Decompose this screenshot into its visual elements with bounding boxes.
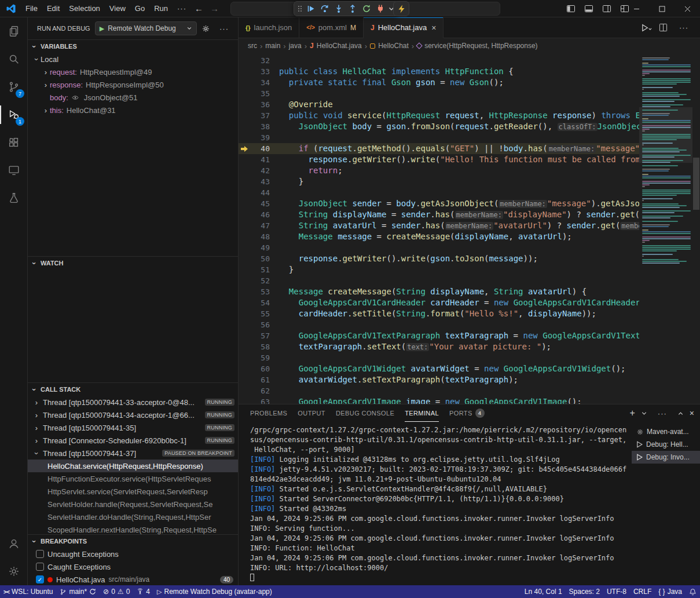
split-editor-icon[interactable]: [659, 23, 668, 32]
line-number[interactable]: 36: [250, 99, 270, 110]
line-number[interactable]: 43: [250, 176, 270, 187]
scrollbar-thumb[interactable]: [693, 158, 699, 210]
forwarded-ports-status[interactable]: 4: [133, 585, 153, 598]
debug-restart-icon[interactable]: [360, 3, 372, 15]
line-number[interactable]: 39: [250, 132, 270, 143]
debug-config-dropdown[interactable]: ▶ Remote Watch Debug: [95, 21, 197, 35]
activity-testing[interactable]: [0, 184, 27, 212]
glyph-margin[interactable]: [239, 319, 250, 330]
terminal-item-debug-hello[interactable]: Debug: Hell...: [632, 438, 700, 451]
line-number[interactable]: 38: [250, 121, 270, 132]
code-line-38[interactable]: 38 JsonObject body = gson.fromJson(reque…: [239, 121, 639, 132]
activity-explorer[interactable]: [0, 17, 27, 45]
glyph-margin[interactable]: [239, 297, 250, 308]
minimize-icon[interactable]: [624, 0, 649, 17]
glyph-margin[interactable]: [239, 187, 250, 198]
glyph-margin[interactable]: [239, 132, 250, 143]
activity-settings[interactable]: [0, 557, 27, 585]
menu-run[interactable]: Run: [149, 0, 173, 17]
call-stack-header[interactable]: › CALL STACK: [28, 383, 238, 396]
code-line-36[interactable]: 36 @Override: [239, 99, 639, 110]
glyph-margin[interactable]: [239, 231, 250, 242]
stack-thread[interactable]: ›Thread [qtp1500079441-35]RUNNING: [28, 421, 238, 434]
code-line-32[interactable]: 32: [239, 55, 639, 66]
line-number[interactable]: 62: [250, 385, 270, 396]
stack-frame[interactable]: HelloChat.service(HttpRequest,HttpRespon…: [28, 460, 238, 472]
line-number[interactable]: 51: [250, 264, 270, 275]
encoding[interactable]: UTF-8: [603, 585, 630, 598]
watch-header[interactable]: › WATCH: [28, 257, 238, 269]
line-number[interactable]: 40: [250, 143, 270, 154]
breadcrumb-file[interactable]: HelloChat.java: [317, 42, 362, 50]
code-line-46[interactable]: 46 String displayName = sender.has(membe…: [239, 209, 639, 220]
debug-step-into-icon[interactable]: [332, 3, 344, 15]
glyph-margin[interactable]: [239, 242, 250, 253]
line-number[interactable]: 59: [250, 352, 270, 363]
glyph-margin[interactable]: [239, 396, 250, 404]
variables-header[interactable]: › VARIABLES: [28, 40, 238, 53]
code-line-34[interactable]: 34 private static final Gson gson = new …: [239, 77, 639, 88]
line-number[interactable]: 42: [250, 165, 270, 176]
code-line-58[interactable]: 58 textParagraph.setText(text:"Your avat…: [239, 341, 639, 352]
new-terminal-icon[interactable]: +: [629, 408, 635, 418]
code-line-37[interactable]: 37 public void service(HttpRequest reque…: [239, 110, 639, 121]
toggle-primary-sidebar-icon[interactable]: [566, 4, 576, 13]
code-line-35[interactable]: 35: [239, 88, 639, 99]
close-tab-icon[interactable]: ×: [431, 23, 436, 32]
terminal-dropdown-icon[interactable]: [641, 410, 647, 417]
variable-row[interactable]: body:JsonObject@51: [28, 91, 238, 104]
line-number[interactable]: 45: [250, 198, 270, 209]
glyph-margin[interactable]: [239, 176, 250, 187]
breakpoint-checkbox[interactable]: [36, 550, 44, 558]
glyph-margin[interactable]: [239, 165, 250, 176]
tab-pom-xml[interactable]: </> pom.xml M: [299, 17, 364, 38]
activity-extensions[interactable]: [0, 129, 27, 156]
line-number[interactable]: 33: [250, 66, 270, 77]
line-number[interactable]: 32: [250, 55, 270, 66]
glyph-margin[interactable]: [239, 66, 250, 77]
glyph-margin[interactable]: [239, 363, 250, 374]
line-number[interactable]: 46: [250, 209, 270, 220]
run-java-icon[interactable]: [642, 24, 652, 32]
stack-thread[interactable]: ›Thread [Connector-Scheduler-6920b0bc-1]…: [28, 434, 238, 447]
glyph-margin[interactable]: [239, 198, 250, 209]
line-number[interactable]: 50: [250, 253, 270, 264]
line-number[interactable]: 52: [250, 275, 270, 286]
notifications[interactable]: [686, 585, 700, 598]
breadcrumb-method[interactable]: service(HttpRequest, HttpResponse): [424, 42, 537, 50]
glyph-margin[interactable]: [239, 308, 250, 319]
line-number[interactable]: 60: [250, 363, 270, 374]
stack-thread[interactable]: ›Thread [qtp1500079441-34-acceptor-1@66.…: [28, 409, 238, 421]
line-number[interactable]: 63: [250, 396, 270, 404]
variable-row[interactable]: ›request:HttpRequestImpl@49: [28, 65, 238, 78]
tab-problems[interactable]: PROBLEMS: [250, 404, 287, 422]
code-line-39[interactable]: 39: [239, 132, 639, 143]
code-line-59[interactable]: 59: [239, 352, 639, 363]
line-number[interactable]: 58: [250, 341, 270, 352]
line-number[interactable]: 47: [250, 220, 270, 231]
stack-thread[interactable]: ›Thread [qtp1500079441-33-acceptor-0@48.…: [28, 396, 238, 409]
code-line-43[interactable]: 43 }: [239, 176, 639, 187]
maximize-panel-icon[interactable]: [677, 410, 684, 417]
tab-debug-console[interactable]: DEBUG CONSOLE: [336, 404, 394, 422]
line-number[interactable]: 48: [250, 231, 270, 242]
stack-frame[interactable]: ServletHandler.doHandle(String,Request,H…: [28, 511, 238, 523]
menu-selection[interactable]: Selection: [64, 0, 104, 17]
variable-row[interactable]: ›this:HelloChat@31: [28, 104, 238, 116]
debug-step-out-icon[interactable]: [346, 3, 358, 15]
code-line-40[interactable]: 40 if (request.getMethod().equals("GET")…: [239, 143, 639, 154]
sidebar-more-actions-icon[interactable]: ···: [215, 24, 233, 33]
code-line-57[interactable]: 57 GoogleAppsCardV1TextParagraph textPar…: [239, 330, 639, 341]
breakpoint-row[interactable]: Caught Exceptions: [28, 560, 238, 573]
debug-continue-icon[interactable]: [305, 3, 317, 15]
panel-more-actions-icon[interactable]: ···: [653, 409, 672, 418]
activity-account[interactable]: [0, 530, 27, 557]
stack-frame[interactable]: HttpServlet.service(ServletRequest,Servl…: [28, 485, 238, 498]
code-lines[interactable]: 3233public class HelloChat implements Ht…: [239, 53, 639, 404]
code-line-50[interactable]: 50 response.getWriter().write(gson.toJso…: [239, 253, 639, 264]
problems-status[interactable]: ⊘ 0 ⚠ 0: [100, 585, 133, 598]
go-forward-icon[interactable]: →: [210, 3, 219, 13]
code-line-61[interactable]: 61 avatarWidget.setTextParagraph(textPar…: [239, 374, 639, 385]
variables-scope-local[interactable]: ›Local: [28, 53, 238, 65]
tab-terminal[interactable]: TERMINAL: [405, 404, 439, 422]
